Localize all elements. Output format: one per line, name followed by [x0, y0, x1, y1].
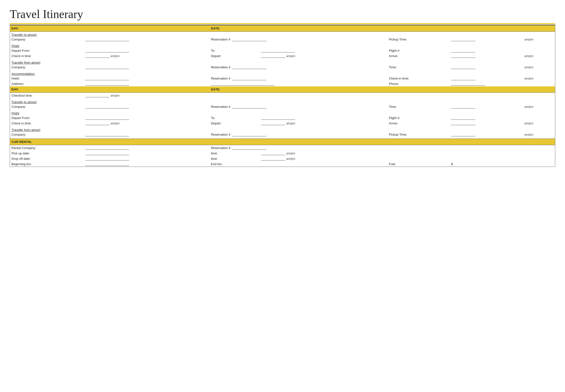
depart-from-label-1: Depart From:	[10, 48, 84, 53]
arrive-field-2[interactable]	[451, 121, 476, 125]
flight2-row1: Flight	[10, 111, 555, 115]
reservation-field-1[interactable]	[232, 37, 266, 41]
time2-label: time:	[209, 156, 260, 161]
checkout-label: Checkout time:	[10, 92, 84, 98]
depart-from-field-1[interactable]	[85, 49, 129, 53]
to-label-2: To:	[209, 115, 260, 121]
reservation-label-4: Reservation #	[211, 105, 230, 109]
to-field-1[interactable]	[261, 49, 295, 53]
time2-field[interactable]	[261, 157, 285, 160]
pickup-field-2[interactable]	[451, 132, 476, 136]
transfer-to-airport-row2: Company: Reservation # Pickup Time: am/p…	[10, 37, 555, 42]
time1-label: time:	[209, 151, 260, 156]
transfer-to-airport-row1: Transfer to airport	[10, 31, 555, 37]
ampm-2: am/pm	[524, 66, 534, 69]
arrive-field-1[interactable]	[451, 54, 476, 58]
depart-from-label-2: Depart From:	[10, 115, 84, 121]
checkin-label-2: Check in time:	[10, 121, 84, 126]
depart-from-field-2[interactable]	[85, 116, 129, 120]
car-rental-header: CAR RENTAL	[10, 139, 555, 145]
ampm-5: am/pm	[524, 133, 534, 136]
pickup-time-label-1: Pickup Time:	[389, 38, 407, 41]
phone-field[interactable]	[451, 82, 485, 86]
reservation-label-5: Reservation #	[211, 133, 230, 136]
flight2-row3: Check in time: am/pm Depart: am/pm Arriv…	[10, 121, 555, 126]
transfer-from-airport1-row1: Transfer from airport	[10, 60, 555, 64]
address-field2[interactable]	[211, 82, 274, 86]
ampm-depart-1: am/pm	[286, 54, 295, 58]
checkout-field[interactable]	[85, 93, 110, 97]
itinerary-table: DAY: DATE: Transfer to airport Company: …	[10, 25, 555, 167]
dollar-sign: $	[451, 162, 453, 166]
flight1-row1: Flight	[10, 43, 555, 48]
checkin-time-field[interactable]	[451, 76, 476, 80]
reservation-field-5[interactable]	[232, 132, 266, 136]
pickup-date-field[interactable]	[85, 151, 129, 155]
transfer-to-airport2-label: Transfer to airport	[12, 100, 37, 104]
checkin-field-1[interactable]	[85, 54, 110, 58]
transfer-from-airport2-label: Transfer from airport	[12, 128, 40, 132]
company-label-2: Company:	[10, 64, 84, 70]
reservation-label-2: Reservation #	[211, 65, 230, 69]
company-label-4: Company:	[10, 132, 84, 137]
ampm-3: am/pm	[524, 77, 534, 80]
day1-date-label: DATE:	[209, 25, 555, 31]
accommodation-row3: Address: Phone:	[10, 81, 555, 86]
checkin-time-label: Check-in time:	[387, 76, 449, 81]
rental-company-label: Rental Company:	[10, 145, 84, 151]
ampm-checkin-1: am/pm	[111, 54, 120, 58]
depart-field-1[interactable]	[261, 54, 285, 58]
pickup-time-field-1[interactable]	[451, 37, 476, 41]
reservation-field-2[interactable]	[232, 65, 266, 69]
to-field-2[interactable]	[261, 116, 295, 120]
ampm-car1: am/pm	[286, 152, 295, 155]
company-label-1: Company:	[10, 37, 84, 42]
begin-km-field[interactable]	[85, 162, 129, 166]
address-label: Address:	[10, 81, 84, 86]
car-reservation-field[interactable]	[232, 146, 266, 150]
reservation-field-3[interactable]	[232, 76, 266, 80]
ampm-depart-2: am/pm	[286, 122, 295, 125]
checkout-ampm: am/pm	[111, 94, 120, 97]
transfer-from-airport2-row1: Transfer from airport	[10, 127, 555, 132]
hotel-label: Hotel:	[10, 76, 84, 81]
time1-field[interactable]	[261, 151, 285, 155]
flight2-row2: Depart From: To: Flight #:	[10, 115, 555, 121]
company-field-4[interactable]	[85, 132, 129, 136]
checkin-label-1: Check in time:	[10, 53, 84, 58]
flight-num-field-1[interactable]	[451, 49, 476, 53]
rental-company-field[interactable]	[85, 146, 129, 150]
day1-day-label: DAY:	[10, 25, 210, 31]
time-field-3[interactable]	[451, 105, 476, 109]
arrive-label-2: Arrive:	[387, 121, 449, 126]
dropoff-date-label: Drop off date:	[10, 156, 84, 161]
ampm-car2: am/pm	[286, 157, 295, 160]
accommodation-label: Accommodation:	[12, 72, 35, 76]
phone-label: Phone:	[387, 81, 449, 86]
pickup-date-label: Pick up date:	[10, 151, 84, 156]
transfer-to-airport2-row2: Company: Reservation # Time: am/pm	[10, 104, 555, 109]
reservation-field-4[interactable]	[232, 105, 266, 109]
reservation-label-3: Reservation #	[211, 77, 230, 80]
time-field-2[interactable]	[451, 65, 476, 69]
company-label-3: Company:	[10, 104, 84, 109]
dropoff-date-field[interactable]	[85, 157, 129, 160]
company-field-3[interactable]	[85, 105, 129, 109]
depart-label-1: Depart:	[209, 53, 260, 58]
checkin-field-2[interactable]	[85, 121, 110, 125]
address-field[interactable]	[85, 82, 129, 86]
depart-field-2[interactable]	[261, 121, 285, 125]
car-rental-row4: Beginning km: End km: Fuel: $	[10, 161, 555, 167]
company-field-2[interactable]	[85, 65, 129, 69]
ampm-arrive-1: am/pm	[524, 54, 534, 58]
flight-num-field-2[interactable]	[451, 116, 476, 120]
pickup-label-2: Pickup Time:	[387, 132, 449, 137]
flight1-row2: Depart From: To: Flight #:	[10, 48, 555, 53]
company-field-1[interactable]	[85, 37, 129, 41]
transfer-from-airport1-label: Transfer from airport	[12, 61, 40, 64]
hotel-field[interactable]	[85, 76, 129, 80]
begin-km-label: Beginning km:	[10, 161, 84, 167]
end-km-label: End km:	[209, 161, 260, 167]
transfer-from-airport2-row2: Company: Reservation # Pickup Time: am/p…	[10, 132, 555, 137]
transfer-to-airport2-row1: Transfer to airport	[10, 99, 555, 104]
